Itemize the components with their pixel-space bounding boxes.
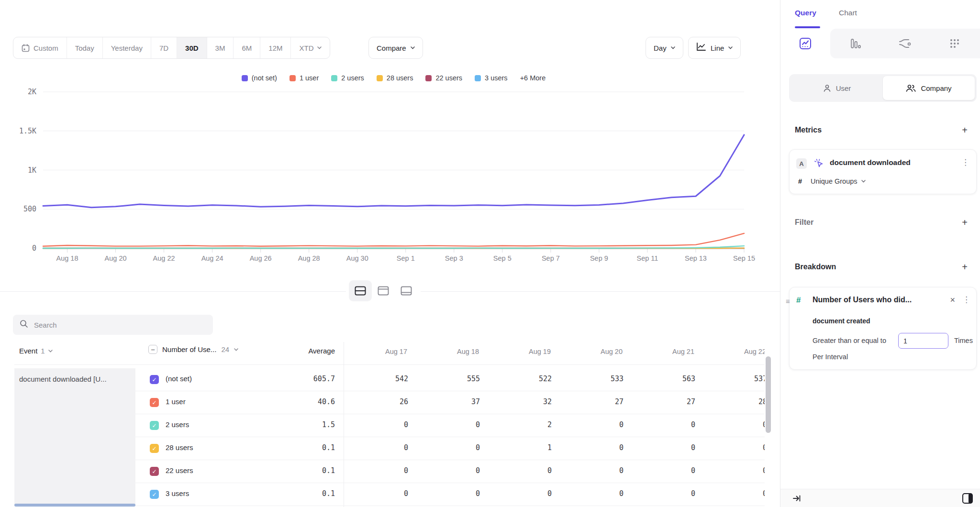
x-axis-label: Aug 24 bbox=[201, 254, 223, 262]
row-checkbox[interactable]: ✓ bbox=[150, 375, 159, 384]
x-axis-label: Aug 22 bbox=[153, 254, 175, 262]
table-row[interactable]: ✓22 users0.1000000 bbox=[0, 460, 765, 483]
breakdown-name[interactable]: Number of Users who did... bbox=[813, 296, 912, 304]
range-3m[interactable]: 3M bbox=[207, 37, 234, 58]
row-value: 0 bbox=[576, 443, 647, 452]
chart-type-button[interactable]: Line bbox=[688, 37, 741, 59]
legend-item[interactable]: 3 users bbox=[475, 74, 508, 82]
chevron-down-icon bbox=[861, 180, 866, 183]
row-checkbox[interactable]: ✓ bbox=[150, 490, 159, 499]
tile-flow-chart[interactable] bbox=[880, 29, 930, 58]
row-checkbox[interactable]: ✓ bbox=[150, 421, 159, 430]
active-tab-underline bbox=[795, 26, 820, 28]
row-checkbox[interactable]: ✓ bbox=[150, 444, 159, 453]
add-filter-button[interactable]: + bbox=[962, 218, 968, 227]
legend-item[interactable]: 22 users bbox=[425, 74, 462, 82]
range-6m[interactable]: 6M bbox=[234, 37, 260, 58]
event-header-label: Event bbox=[19, 347, 37, 355]
breakdown-kebab-icon[interactable]: ⋮ bbox=[962, 296, 970, 304]
layout-top-button[interactable] bbox=[372, 280, 395, 301]
filter-title: Filter bbox=[795, 218, 813, 227]
table-row[interactable]: ✓3 users0.1000000 bbox=[0, 483, 765, 506]
panel-layout-icon[interactable] bbox=[961, 492, 974, 507]
series-line--not-set-[interactable] bbox=[43, 135, 744, 208]
legend-item[interactable]: 2 users bbox=[331, 74, 364, 82]
row-checkbox[interactable]: ✓ bbox=[150, 467, 159, 476]
drag-handle-icon[interactable]: ≡ bbox=[786, 297, 790, 305]
line-chart-icon bbox=[696, 43, 706, 53]
interval-button[interactable]: Day bbox=[646, 37, 683, 59]
tab-query[interactable]: Query bbox=[795, 9, 816, 17]
range-12m[interactable]: 12M bbox=[260, 37, 291, 58]
tile-line-chart[interactable] bbox=[780, 29, 830, 58]
table-row[interactable]: ✓28 users0.1001000 bbox=[0, 437, 765, 460]
collapse-panel-icon[interactable] bbox=[792, 494, 802, 505]
table-row[interactable]: ✓(not set)605.7542555522533563537 bbox=[0, 368, 765, 391]
tile-matrix-chart[interactable] bbox=[930, 29, 980, 58]
legend-item[interactable]: (not set) bbox=[242, 74, 277, 82]
row-value: 0 bbox=[360, 466, 432, 475]
date-columns-header: Aug 17Aug 18Aug 19Aug 20Aug 21Aug 22 bbox=[344, 342, 765, 365]
range-30d[interactable]: 30D bbox=[177, 37, 207, 58]
breakdown-condition[interactable]: Greater than or equal to bbox=[813, 337, 886, 344]
legend-label: 2 users bbox=[341, 74, 364, 82]
chart-toolbar: CustomTodayYesterday7D30D3M6M12MXTD Comp… bbox=[0, 0, 780, 72]
range-today[interactable]: Today bbox=[67, 37, 103, 58]
x-axis-label: Aug 30 bbox=[346, 254, 368, 262]
scope-company-label: Company bbox=[921, 84, 951, 92]
scope-user-option[interactable]: User bbox=[791, 76, 883, 100]
add-metric-button[interactable]: + bbox=[962, 125, 968, 135]
metric-event-name[interactable]: document downloaded bbox=[830, 158, 911, 167]
tab-chart[interactable]: Chart bbox=[839, 9, 857, 17]
range-xtd[interactable]: XTD bbox=[291, 37, 330, 58]
group-column-header[interactable]: – Number of Use... 24 bbox=[148, 345, 238, 354]
remove-breakdown-icon[interactable]: × bbox=[950, 296, 955, 304]
scope-company-option[interactable]: Company bbox=[883, 76, 975, 100]
legend-item[interactable]: 1 user bbox=[290, 74, 319, 82]
row-value: 0 bbox=[504, 466, 576, 475]
series-line-1-user[interactable] bbox=[43, 233, 744, 246]
add-breakdown-button[interactable]: + bbox=[962, 262, 968, 272]
legend-more[interactable]: +6 More bbox=[520, 74, 546, 82]
range-7d[interactable]: 7D bbox=[151, 37, 177, 58]
range-custom[interactable]: Custom bbox=[13, 37, 67, 58]
row-value: 0 bbox=[432, 420, 504, 429]
compare-button[interactable]: Compare bbox=[368, 37, 423, 59]
legend-item[interactable]: 28 users bbox=[377, 74, 413, 82]
breakdown-card[interactable]: ≡ # Number of Users who did... × ⋮ docum… bbox=[789, 287, 977, 370]
metric-card[interactable]: A document downloaded ⋮ # Unique Groups bbox=[789, 149, 977, 194]
event-column-header[interactable]: Event 1 bbox=[19, 347, 53, 355]
breakdown-event[interactable]: document created bbox=[813, 317, 870, 325]
range-label: XTD bbox=[299, 44, 313, 52]
breakdown-value-input[interactable] bbox=[898, 333, 948, 349]
chart-type-label: Line bbox=[711, 44, 724, 52]
chevron-down-icon bbox=[411, 46, 415, 49]
measure-selector[interactable]: Unique Groups bbox=[811, 177, 866, 185]
query-sidebar: Query Chart User bbox=[780, 0, 980, 507]
breakdown-per-interval[interactable]: Per Interval bbox=[813, 353, 848, 361]
horizontal-scrollbar-thumb[interactable] bbox=[14, 504, 135, 507]
select-all-checkbox[interactable]: – bbox=[148, 345, 157, 354]
row-average: 0.1 bbox=[268, 466, 335, 475]
tile-bar-chart[interactable] bbox=[830, 29, 880, 58]
layout-split-button[interactable] bbox=[349, 280, 372, 301]
vertical-scrollbar-thumb[interactable] bbox=[766, 356, 771, 433]
row-values: 000000 bbox=[344, 460, 765, 483]
range-yesterday[interactable]: Yesterday bbox=[103, 37, 151, 58]
y-axis-label: 1K bbox=[28, 166, 36, 175]
metric-kebab-icon[interactable]: ⋮ bbox=[961, 158, 969, 166]
company-icon bbox=[906, 84, 916, 92]
row-checkbox[interactable]: ✓ bbox=[150, 398, 159, 407]
row-value: 563 bbox=[647, 375, 719, 383]
chevron-down-icon bbox=[728, 46, 733, 49]
row-value: 0 bbox=[504, 489, 576, 498]
y-axis-label: 0 bbox=[32, 244, 36, 253]
search-input[interactable] bbox=[34, 321, 206, 329]
layout-bottom-button[interactable] bbox=[395, 280, 418, 301]
row-value: 537 bbox=[719, 375, 765, 383]
table-row[interactable]: ✓1 user40.6263732272728 bbox=[0, 391, 765, 414]
group-count: 24 bbox=[221, 345, 229, 353]
date-column-header: Aug 17 bbox=[360, 348, 432, 355]
line-chart[interactable]: 05001K1.5K2KAug 18Aug 20Aug 22Aug 24Aug … bbox=[0, 88, 766, 265]
table-row[interactable]: ✓2 users1.5002000 bbox=[0, 414, 765, 437]
